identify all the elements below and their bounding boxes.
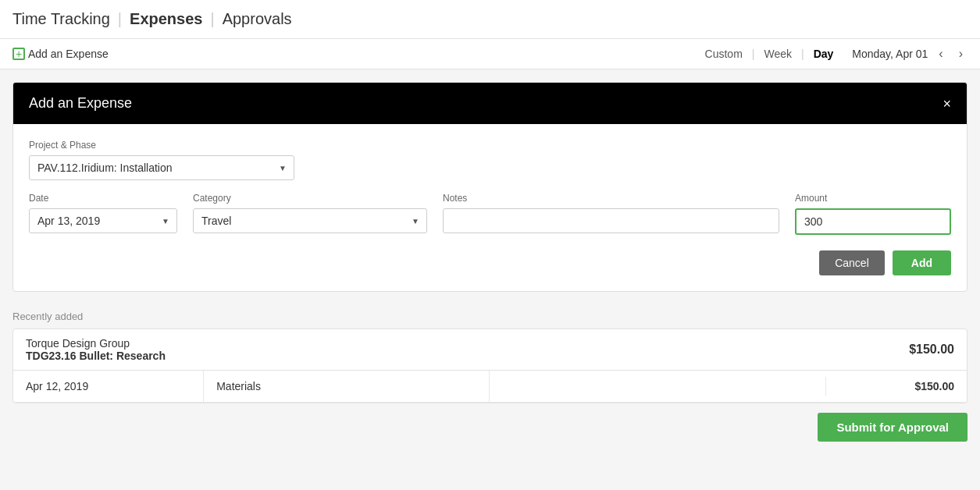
top-nav: Time Tracking | Expenses | Approvals (0, 0, 980, 39)
toolbar-right: Custom | Week | Day Monday, Apr 01 ‹ › (705, 45, 968, 62)
main-content: Add an Expense × Project & Phase PAV.112… (0, 69, 980, 454)
submit-row: Submit for Approval (12, 413, 968, 442)
project-name: TDG23.16 Bullet: Research (26, 350, 166, 362)
cancel-button[interactable]: Cancel (819, 250, 885, 275)
row-notes (490, 377, 826, 396)
project-select-wrapper: PAV.112.Iridium: Installation ▼ (29, 155, 294, 180)
row-category: Materials (204, 371, 490, 402)
notes-label: Notes (443, 193, 779, 204)
view-day[interactable]: Day (814, 48, 834, 60)
dialog-header: Add an Expense × (13, 83, 967, 124)
table-row: Apr 12, 2019 Materials $150.00 (13, 371, 967, 403)
row-amount: $150.00 (826, 371, 967, 402)
date-select-wrapper: Apr 13, 2019 ▼ (29, 208, 177, 233)
prev-date-button[interactable]: ‹ (934, 45, 947, 62)
group-amount: $150.00 (909, 343, 954, 357)
date-select[interactable]: Apr 13, 2019 (29, 208, 177, 233)
next-date-button[interactable]: › (954, 45, 968, 62)
current-date-label: Monday, Apr 01 (852, 48, 928, 60)
add-expense-label: Add an Expense (28, 48, 109, 60)
recently-added-label: Recently added (12, 311, 968, 322)
client-name: Torque Design Group (26, 337, 166, 350)
category-select[interactable]: Travel (193, 208, 427, 233)
nav-expenses[interactable]: Expenses (130, 10, 202, 28)
category-label: Category (193, 193, 427, 204)
nav-sep-1: | (118, 10, 122, 28)
nav-sep-2: | (210, 10, 214, 28)
view-custom[interactable]: Custom (705, 48, 743, 60)
amount-input[interactable] (795, 208, 951, 235)
amount-label: Amount (795, 193, 951, 204)
expense-form-row: Date Apr 13, 2019 ▼ Category Travel (29, 193, 951, 235)
add-button[interactable]: Add (893, 250, 951, 275)
client-project-info: Torque Design Group TDG23.16 Bullet: Res… (26, 337, 166, 362)
row-date: Apr 12, 2019 (13, 371, 204, 402)
amount-field-group: Amount (795, 193, 951, 235)
date-navigation: ‹ › (934, 45, 968, 62)
dialog-actions: Cancel Add (29, 250, 951, 275)
date-field-group: Date Apr 13, 2019 ▼ (29, 193, 177, 233)
notes-field-group: Notes (443, 193, 779, 233)
project-phase-select[interactable]: PAV.112.Iridium: Installation (29, 155, 294, 180)
view-week[interactable]: Week (764, 48, 792, 60)
recently-added-section: Recently added Torque Design Group TDG23… (12, 311, 968, 442)
nav-approvals[interactable]: Approvals (223, 10, 292, 28)
toolbar-left: + Add an Expense (12, 48, 109, 60)
expense-group: Torque Design Group TDG23.16 Bullet: Res… (12, 328, 968, 403)
project-phase-field: Project & Phase PAV.112.Iridium: Install… (29, 140, 294, 180)
notes-input[interactable] (443, 208, 779, 233)
expense-group-header: Torque Design Group TDG23.16 Bullet: Res… (13, 329, 967, 371)
category-select-wrapper: Travel ▼ (193, 208, 427, 233)
toolbar: + Add an Expense Custom | Week | Day Mon… (0, 39, 980, 69)
dialog-body: Project & Phase PAV.112.Iridium: Install… (13, 124, 967, 291)
project-phase-label: Project & Phase (29, 140, 294, 151)
dialog-close-button[interactable]: × (943, 97, 951, 111)
date-label: Date (29, 193, 177, 204)
dialog-title: Add an Expense (29, 95, 132, 112)
nav-title: Time Tracking (12, 10, 110, 28)
expense-dialog: Add an Expense × Project & Phase PAV.112… (12, 82, 968, 292)
add-expense-button[interactable]: + Add an Expense (12, 48, 109, 60)
submit-approval-button[interactable]: Submit for Approval (818, 413, 968, 442)
category-field-group: Category Travel ▼ (193, 193, 427, 233)
plus-icon: + (12, 48, 25, 60)
